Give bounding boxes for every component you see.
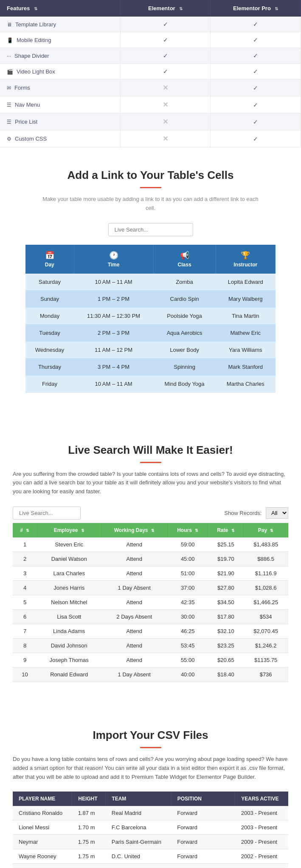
feature-name: 🎬Video Light Box [0,64,120,79]
hours-cell: 46:25 [167,624,208,638]
emp-col-header[interactable]: Hours ⇅ [167,523,208,537]
elementor-pro-header[interactable]: Elementor Pro ⇅ [211,0,301,17]
id-cell: 8 [13,638,37,653]
elementor-cell: ✓ [120,64,211,79]
height-cell: 1.75 m [72,835,106,849]
live-search-subtitle: Are you suffering from the crowded table… [13,470,288,496]
schedule-search-input[interactable] [108,223,193,236]
feature-name: ···Shape Divider [0,48,120,64]
emp-col-header[interactable]: Rate ⇅ [208,523,244,537]
emp-col-header[interactable]: # ⇅ [13,523,37,537]
hours-cell: 59:00 [167,537,208,552]
instructor-cell: Yara Williams [216,341,275,358]
id-cell: 1 [13,537,37,552]
check-icon: ✓ [253,136,258,142]
player-name-cell: Andrés Iniesta [13,864,72,868]
id-cell: 2 [13,551,37,566]
class-cell: Cardio Spin [153,290,216,307]
rate-cell: $27.80 [208,580,244,595]
team-cell: Vissel Kobe [106,864,171,868]
csv-section: Import Your CSV Files Do you have a long… [0,707,301,868]
check-icon: ✓ [253,21,258,28]
table-row: Neymar 1.75 m Paris Saint-Germain Forwar… [13,835,288,849]
employee-cell: David Johnson [37,638,101,653]
rate-cell: $19.70 [208,551,244,566]
employee-search-input[interactable] [13,506,81,520]
table-row: 📱Mobile Editing ✓ ✓ [0,32,301,48]
team-cell: F.C Barcelona [106,820,171,835]
player-name-cell: Neymar [13,835,72,849]
team-cell: Paris Saint-Germain [106,835,171,849]
years-cell: 2009 - Present [235,835,288,849]
col-label: Class [178,262,191,268]
show-records-control: Show Records: All 5 10 [224,507,288,519]
class-cell: Zomba [153,274,216,291]
employee-cell: Jones Harris [37,580,101,595]
years-cell: 2002 - Present [235,849,288,864]
feature-name: 🖥Template Library [0,17,120,32]
feature-icon: ✉ [7,85,11,91]
time-cell: 2 PM – 3 PM [74,324,153,341]
emp-col-header[interactable]: Pay ⇅ [244,523,288,537]
emp-col-header[interactable]: Employee ⇅ [37,523,101,537]
class-cell: Mind Body Yoga [153,375,216,392]
id-cell: 10 [13,667,37,681]
class-cell: Spinning [153,358,216,375]
hours-cell: 51:00 [167,566,208,580]
working-days-cell: 1 Day Absent [101,580,167,595]
table-row: 1 Steven Eric Attend 59:00 $25.15 $1,483… [13,537,288,552]
id-cell: 5 [13,595,37,609]
pro-cell: ✓ [211,79,301,96]
sort-icon: ⇅ [195,529,198,533]
link-section-title: Add a Link to Your Table's Cells [25,169,276,182]
employee-cell: Ronald Edward [37,667,101,681]
hours-cell: 42:35 [167,595,208,609]
position-cell: Forward [171,849,235,864]
id-cell: 6 [13,609,37,624]
elementor-cell: ✓ [120,17,211,32]
table-row: Monday 11:30 AM – 12:30 PM Poolside Yoga… [25,307,276,324]
table-row: 5 Nelson Mitchel Attend 42:35 $34.50 $1,… [13,595,288,609]
working-days-cell: Attend [101,551,167,566]
elementor-cell: ✕ [120,113,211,130]
live-search-section: Live Search Will Make It Easier! Are you… [0,422,301,690]
col-label: Time [108,262,120,268]
day-cell: Sunday [25,290,74,307]
id-cell: 7 [13,624,37,638]
csv-section-title: Import Your CSV Files [13,729,288,742]
link-section-subtitle: Make your table more usable by adding a … [40,195,261,213]
rate-cell: $32.10 [208,624,244,638]
schedule-table: 📅Day🕐Time📢Class🏆Instructor Saturday 10 A… [25,245,276,393]
check-icon: ✓ [253,37,258,43]
table-row: 2 Daniel Watson Attend 45:00 $19.70 $886… [13,551,288,566]
hours-cell: 53:45 [167,638,208,653]
day-cell: Thursday [25,358,74,375]
cross-icon: ✕ [163,118,168,125]
schedule-col-header: 📢Class [153,245,216,274]
pro-cell: ✓ [211,32,301,48]
day-cell: Friday [25,375,74,392]
live-search-title: Live Search Will Make It Easier! [13,444,288,457]
underline-bar [140,187,161,188]
pay-cell: $1,466.25 [244,595,288,609]
table-row: 🎬Video Light Box ✓ ✓ [0,64,301,79]
rate-cell: $34.50 [208,595,244,609]
check-icon: ✓ [163,52,168,59]
col-label: Instructor [233,262,257,268]
pay-cell: $534 [244,609,288,624]
features-header[interactable]: Features ⇅ [0,0,120,17]
day-cell: Wednesday [25,341,74,358]
show-records-select[interactable]: All 5 10 [266,507,288,519]
table-row: 6 Lisa Scott 2 Days Absent 30:00 $17.80 … [13,609,288,624]
position-cell: Forward [171,835,235,849]
elementor-header[interactable]: Elementor ⇅ [120,0,211,17]
elementor-cell: ✕ [120,79,211,96]
employee-cell: Lisa Scott [37,609,101,624]
table-row: ✉Forms ✕ ✓ [0,79,301,96]
rate-cell: $18.40 [208,667,244,681]
class-cell: Aqua Aerobics [153,324,216,341]
table-row: Wednesday 11 AM – 12 PM Lower Body Yara … [25,341,276,358]
hours-cell: 40:00 [167,667,208,681]
time-cell: 11 AM – 12 PM [74,341,153,358]
emp-col-header[interactable]: Working Days ⇅ [101,523,167,537]
